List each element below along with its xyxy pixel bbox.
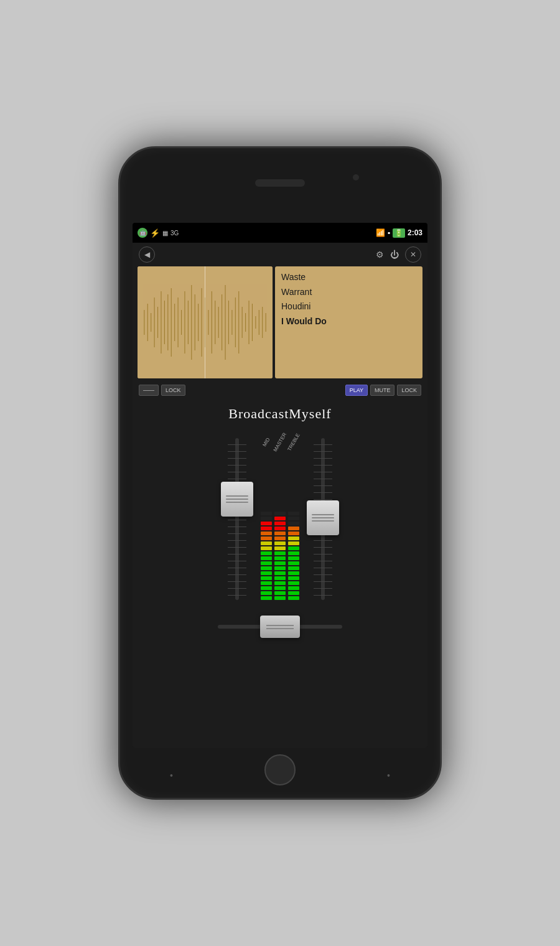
controls-row: —— LOCK PLAY MUTE LOCK — [133, 381, 427, 400]
vu-meter-left: MID — [261, 451, 272, 600]
settings-icon[interactable]: ⚙ — [376, 250, 384, 260]
seg — [274, 527, 286, 530]
crossfader-handle[interactable] — [260, 616, 300, 638]
mute-button[interactable]: MUTE — [370, 385, 395, 396]
3g-icon: 3G — [170, 230, 179, 236]
android-icon: 🤖 — [138, 228, 147, 238]
status-bar: 🤖 ⚡ ▦ 3G 📶 ▪ 🔋 2:03 — [133, 223, 427, 243]
seg — [261, 517, 272, 520]
right-fader-handle[interactable] — [307, 500, 339, 535]
playlist-item-waste[interactable]: Waste — [281, 271, 416, 284]
seg — [288, 576, 299, 580]
seg — [288, 556, 299, 560]
left-fader[interactable] — [218, 432, 256, 606]
seg — [288, 527, 299, 530]
left-controls: —— LOCK — [139, 385, 185, 396]
waveform-svg — [138, 266, 273, 378]
left-fader-rail — [235, 438, 239, 600]
mixer-area: MID — [133, 426, 427, 612]
left-fader-handle[interactable] — [221, 482, 253, 517]
vu-meter-master: MASTER — [274, 451, 286, 600]
left-lock-button[interactable]: LOCK — [161, 385, 185, 396]
crossfader-line-2 — [266, 628, 294, 629]
play-button[interactable]: PLAY — [345, 385, 368, 396]
phone-device: 🤖 ⚡ ▦ 3G 📶 ▪ 🔋 2:03 ◀ ⚙ ⏻ ✕ — [118, 146, 442, 800]
power-icon[interactable]: ⏻ — [390, 250, 399, 260]
seg — [288, 541, 299, 545]
usb-icon: ⚡ — [150, 228, 160, 238]
vu-meter-treble: TREBLE — [288, 451, 299, 600]
seg — [288, 586, 299, 590]
seg — [288, 591, 299, 595]
waveform-panel — [138, 266, 273, 378]
fader-line-2 — [226, 499, 248, 500]
seg — [288, 546, 299, 550]
right-controls: PLAY MUTE LOCK — [345, 385, 421, 396]
toolbar-right-group: ⚙ ⏻ ✕ — [376, 246, 421, 263]
seg — [288, 551, 299, 555]
seg — [261, 571, 272, 575]
home-button[interactable] — [264, 754, 296, 785]
vu-meters: MID — [261, 432, 299, 606]
vu-label-mid: MID — [261, 437, 271, 447]
crossfader-rail — [218, 625, 342, 629]
seg — [288, 532, 299, 535]
back-button[interactable]: ◀ — [139, 246, 155, 263]
app-area: ◀ ⚙ ⏻ ✕ — [133, 243, 427, 748]
seg — [274, 586, 286, 590]
seg — [274, 536, 286, 540]
camera — [353, 174, 359, 180]
top-toolbar: ◀ ⚙ ⏻ ✕ — [133, 243, 427, 266]
left-btn1[interactable]: —— — [139, 385, 159, 396]
playlist-item-would-do[interactable]: I Would Do — [281, 316, 416, 328]
seg — [261, 581, 272, 585]
seg — [261, 591, 272, 595]
status-right: 📶 ▪ 🔋 2:03 — [376, 228, 422, 238]
seg — [261, 536, 272, 540]
fader-line-3 — [312, 520, 334, 522]
seg — [261, 527, 272, 530]
seg — [261, 576, 272, 580]
panels-row: Waste Warrant Houdini I Would Do — [133, 266, 427, 378]
seg — [288, 566, 299, 570]
seg — [274, 566, 286, 570]
seg — [274, 532, 286, 535]
seg — [274, 512, 286, 515]
playlist-panel: Waste Warrant Houdini I Would Do — [275, 266, 422, 378]
brand-text: BroadcastMyself — [133, 400, 427, 426]
right-fader[interactable] — [304, 432, 342, 606]
battery-icon: 🔋 — [393, 228, 405, 238]
seg — [288, 536, 299, 540]
seg — [274, 576, 286, 580]
seg — [274, 546, 286, 550]
phone-screen: 🤖 ⚡ ▦ 3G 📶 ▪ 🔋 2:03 ◀ ⚙ ⏻ ✕ — [133, 223, 427, 748]
seg — [261, 551, 272, 555]
speaker — [255, 179, 305, 187]
seg — [274, 522, 286, 525]
fader-line-2 — [312, 517, 334, 518]
corner-dot-right: • — [387, 770, 390, 780]
seg — [261, 586, 272, 590]
seg — [261, 546, 272, 550]
seg — [261, 561, 272, 565]
fader-line-1 — [312, 514, 334, 515]
grid-icon: ▦ — [162, 230, 168, 236]
close-button[interactable]: ✕ — [405, 246, 421, 263]
seg — [288, 561, 299, 565]
seg — [288, 517, 299, 520]
right-lock-button[interactable]: LOCK — [397, 385, 421, 396]
vu-label-treble: TREBLE — [286, 433, 301, 452]
seg — [288, 596, 299, 600]
seg — [261, 541, 272, 545]
seg — [261, 532, 272, 535]
crossfader-line-1 — [266, 625, 294, 626]
seg — [261, 522, 272, 525]
seg — [261, 596, 272, 600]
seg — [274, 591, 286, 595]
seg — [274, 541, 286, 545]
signal-icon: ▪ — [388, 228, 390, 237]
seg — [261, 556, 272, 560]
playlist-item-warrant[interactable]: Warrant — [281, 286, 416, 299]
vu-label-master: MASTER — [273, 432, 287, 452]
playlist-item-houdini[interactable]: Houdini — [281, 301, 416, 313]
